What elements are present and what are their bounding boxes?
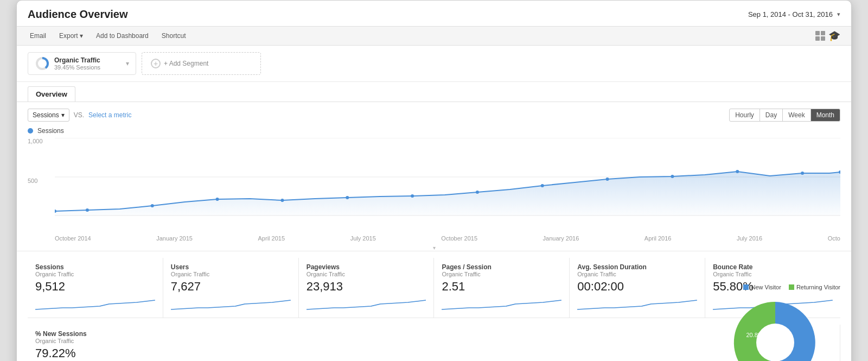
segment-area: Organic Traffic 39.45% Sessions ▾ + + Ad… bbox=[17, 46, 851, 82]
app-window: Audience Overview Sep 1, 2014 - Oct 31, … bbox=[16, 0, 852, 361]
metric-selector: Sessions ▾ VS. Select a metric bbox=[28, 109, 131, 122]
add-segment-button[interactable]: + + Add Segment bbox=[142, 52, 261, 75]
metric-sub: Organic Traffic bbox=[171, 271, 291, 277]
week-button[interactable]: Week bbox=[782, 109, 810, 122]
shortcut-button[interactable]: Shortcut bbox=[159, 31, 188, 41]
sessions-legend-label: Sessions bbox=[37, 127, 64, 135]
metric-value: 9,512 bbox=[35, 280, 155, 294]
new-visitor-dot bbox=[743, 284, 749, 290]
metric-value: 00:02:00 bbox=[577, 280, 697, 294]
segment-text: Organic Traffic 39.45% Sessions bbox=[54, 56, 122, 71]
returning-visitor-legend: Returning Visitor bbox=[789, 284, 840, 290]
segment-name: Organic Traffic bbox=[54, 56, 122, 64]
sessions-dropdown[interactable]: Sessions ▾ bbox=[28, 109, 69, 122]
metric-label: Pageviews bbox=[307, 263, 426, 271]
svg-point-14 bbox=[606, 178, 609, 181]
svg-point-16 bbox=[736, 170, 739, 173]
chart-x-labels: October 2014 January 2015 April 2015 Jul… bbox=[17, 233, 851, 244]
metric-card: Sessions Organic Traffic 9,512 bbox=[28, 258, 163, 318]
x-label-apr2016: April 2016 bbox=[644, 235, 672, 242]
select-metric-link[interactable]: Select a metric bbox=[88, 111, 131, 119]
segment-dropdown-icon[interactable]: ▾ bbox=[126, 60, 129, 67]
toolbar: Email Export ▾ Add to Dashboard Shortcut… bbox=[17, 27, 851, 46]
metric-card: Avg. Session Duration Organic Traffic 00… bbox=[570, 258, 705, 318]
chart-legend: Sessions bbox=[17, 124, 851, 138]
sessions-dropdown-icon: ▾ bbox=[61, 111, 65, 119]
metric-label: Users bbox=[171, 263, 291, 271]
new-visitor-legend: New Visitor bbox=[743, 284, 781, 290]
svg-point-6 bbox=[86, 208, 89, 212]
metric-sub: Organic Traffic bbox=[35, 271, 155, 277]
segment-donut-icon bbox=[35, 56, 50, 71]
svg-point-17 bbox=[801, 172, 804, 175]
y-label-500: 500 bbox=[28, 178, 43, 184]
svg-point-8 bbox=[216, 198, 219, 201]
new-visitor-label: New Visitor bbox=[751, 284, 781, 290]
svg-point-9 bbox=[280, 199, 284, 202]
x-label-jul2015: July 2015 bbox=[350, 235, 376, 242]
add-to-dashboard-button[interactable]: Add to Dashboard bbox=[94, 31, 151, 41]
x-label-oct2016: Octo bbox=[828, 235, 840, 242]
svg-text:20.8%: 20.8% bbox=[746, 332, 763, 338]
y-label-1000: 1,000 bbox=[28, 138, 43, 144]
hourly-button[interactable]: Hourly bbox=[729, 109, 760, 122]
chart-controls: Sessions ▾ VS. Select a metric Hourly Da… bbox=[17, 102, 851, 124]
pie-legend: New Visitor Returning Visitor bbox=[721, 284, 840, 290]
metric-label: Pages / Session bbox=[442, 263, 561, 271]
sparkline bbox=[171, 296, 291, 312]
metric-card: Pageviews Organic Traffic 23,913 bbox=[299, 258, 435, 318]
sparkline bbox=[442, 296, 561, 312]
time-buttons: Hourly Day Week Month bbox=[730, 109, 840, 122]
vs-label: VS. bbox=[74, 111, 84, 119]
x-label-jan2016: January 2016 bbox=[543, 235, 579, 242]
metric-label: Bounce Rate bbox=[713, 263, 833, 271]
svg-point-7 bbox=[151, 204, 154, 207]
returning-visitor-dot bbox=[789, 284, 794, 290]
chart-svg bbox=[55, 138, 840, 233]
chart-area: 1,000 500 bbox=[17, 138, 851, 233]
metric-card-small: % New Sessions Organic Traffic 79.22% bbox=[28, 325, 840, 361]
bottom-metrics: % New Sessions Organic Traffic 79.22% bbox=[28, 325, 840, 361]
export-button[interactable]: Export ▾ bbox=[57, 31, 85, 41]
metric-sub: Organic Traffic bbox=[442, 271, 561, 277]
segment-sub: 39.45% Sessions bbox=[54, 64, 122, 71]
svg-point-19 bbox=[756, 324, 794, 361]
metric-card: Users Organic Traffic 7,627 bbox=[163, 258, 299, 318]
pie-section: New Visitor Returning Visitor bbox=[721, 284, 840, 361]
bottom-section: % New Sessions Organic Traffic 79.22% Ne… bbox=[17, 325, 851, 361]
plus-circle-icon: + bbox=[151, 59, 161, 68]
metric-value: 7,627 bbox=[171, 280, 291, 294]
metric-sub: Organic Traffic bbox=[35, 338, 832, 344]
svg-point-11 bbox=[411, 194, 414, 198]
metric-value: 79.22% bbox=[35, 346, 832, 360]
month-button[interactable]: Month bbox=[810, 109, 840, 122]
metric-value: 2.51 bbox=[442, 280, 561, 294]
x-label-oct2014: October 2014 bbox=[55, 235, 91, 242]
metric-card: Pages / Session Organic Traffic 2.51 bbox=[434, 258, 570, 318]
date-range-dropdown-icon[interactable]: ▾ bbox=[837, 11, 840, 18]
svg-point-12 bbox=[476, 191, 479, 194]
sparkline bbox=[577, 296, 697, 312]
x-label-oct2015: October 2015 bbox=[441, 235, 477, 242]
segment-pill-organic[interactable]: Organic Traffic 39.45% Sessions ▾ bbox=[28, 52, 136, 75]
date-range[interactable]: Sep 1, 2014 - Oct 31, 2016 bbox=[748, 10, 833, 18]
day-button[interactable]: Day bbox=[760, 109, 783, 122]
email-button[interactable]: Email bbox=[28, 31, 48, 41]
hat-icon[interactable]: 🎓 bbox=[828, 30, 840, 42]
tab-bar: Overview bbox=[17, 82, 851, 102]
x-label-apr2015: April 2015 bbox=[258, 235, 285, 242]
sparkline bbox=[35, 296, 155, 312]
metric-label: % New Sessions bbox=[35, 330, 832, 338]
svg-point-15 bbox=[671, 175, 674, 178]
metric-sub: Organic Traffic bbox=[307, 271, 426, 277]
chart-y-labels: 1,000 500 bbox=[28, 138, 43, 217]
grid-icon[interactable] bbox=[815, 31, 825, 41]
metric-label: Sessions bbox=[35, 263, 155, 271]
x-label-jan2015: January 2015 bbox=[156, 235, 193, 242]
sessions-dot bbox=[28, 128, 33, 134]
sparkline bbox=[307, 296, 426, 312]
pie-chart: 79.2% 20.8% bbox=[721, 294, 829, 361]
tab-overview[interactable]: Overview bbox=[28, 86, 75, 102]
toolbar-icons: 🎓 bbox=[815, 30, 840, 42]
metric-label: Avg. Session Duration bbox=[577, 263, 697, 271]
